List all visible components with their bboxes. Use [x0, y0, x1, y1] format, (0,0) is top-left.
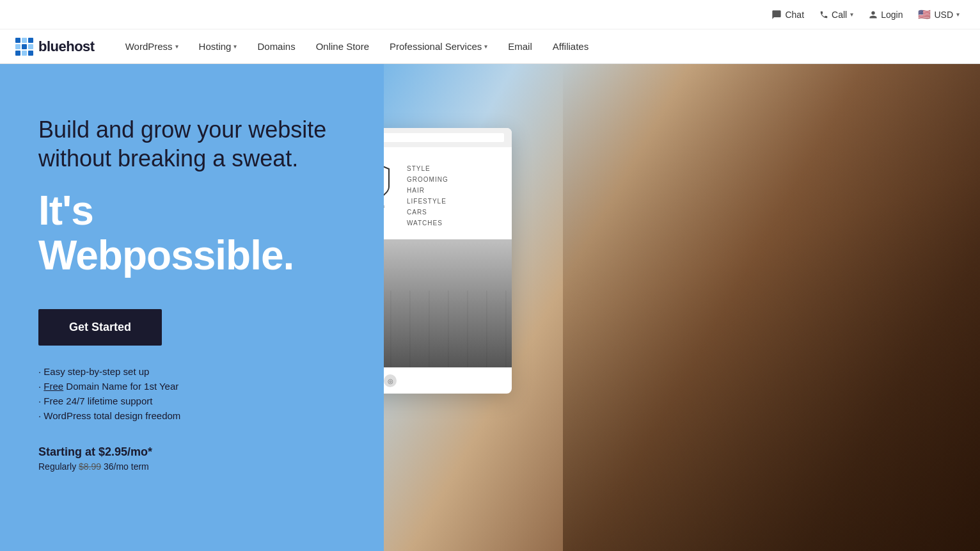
chat-label: Chat: [785, 10, 804, 20]
mockup-shield-logo: ♛ D: [384, 160, 390, 204]
logo-dot-7: [15, 51, 20, 56]
nav-item-hosting[interactable]: Hosting ▾: [189, 29, 248, 64]
hero-cta: Get Started: [38, 309, 345, 346]
mockup-card: ♛ D ESTD 2014 STYLE GROOMING HAIR LIFEST…: [384, 128, 512, 394]
hero-tagline: Build and grow your website without brea…: [38, 115, 345, 173]
nav-item-professional-services[interactable]: Professional Services ▾: [379, 29, 498, 64]
mockup-instagram-icon: ◎: [384, 374, 397, 387]
pricing-term: 36/mo term: [104, 461, 149, 472]
call-link[interactable]: Call ▾: [819, 10, 853, 20]
chat-icon: [771, 10, 782, 20]
currency-label: USD: [934, 10, 953, 20]
hero-right: ♛ D ESTD 2014 STYLE GROOMING HAIR LIFEST…: [384, 64, 980, 551]
nav-item-email[interactable]: Email: [498, 29, 542, 64]
logo-dot-3: [28, 38, 33, 43]
features-list: · Easy step-by-step set up · Free Domain…: [38, 366, 345, 425]
nav-item-affiliates[interactable]: Affiliates: [542, 29, 599, 64]
hero-person-overlay: [563, 64, 980, 551]
logo-grid: [15, 38, 33, 56]
login-link[interactable]: Login: [869, 10, 903, 20]
hero-left: Build and grow your website without brea…: [0, 64, 384, 551]
hosting-dropdown-icon: ▾: [233, 43, 237, 50]
mockup-brand-subtitle: ESTD 2014: [384, 205, 386, 209]
hero-section: Build and grow your website without brea…: [0, 64, 980, 551]
mockup-photo-area: [384, 239, 512, 367]
hero-headline: It's Webpossible.: [38, 188, 345, 278]
phone-icon: [819, 10, 828, 19]
pricing-regular-prefix: Regularly: [38, 461, 79, 472]
navbar: bluehost WordPress ▾ Hosting ▾ Domains O…: [0, 29, 980, 64]
mockup-nav-lifestyle: LIFESTYLE: [407, 198, 499, 205]
nav-item-wordpress[interactable]: WordPress ▾: [115, 29, 189, 64]
chat-link[interactable]: Chat: [771, 10, 804, 20]
mockup-content: ♛ D ESTD 2014 STYLE GROOMING HAIR LIFEST…: [384, 147, 512, 239]
feature-item-4: · WordPress total design freedom: [38, 410, 345, 421]
top-bar: Chat Call ▾ Login 🇺🇸 USD ▾: [0, 0, 980, 29]
logo-dot-1: [15, 38, 20, 43]
logo-dot-2: [22, 38, 27, 43]
titlebar-url-bar: [384, 133, 504, 142]
pricing-main: Starting at $2.95/mo*: [38, 445, 345, 459]
feature-item-3: · Free 24/7 lifetime support: [38, 395, 345, 406]
logo-text: bluehost: [38, 38, 95, 55]
mockup-logo-area: ♛ D ESTD 2014: [384, 160, 397, 227]
free-domain-underline: Free: [43, 381, 63, 392]
professional-services-dropdown-icon: ▾: [484, 43, 487, 50]
logo-link[interactable]: bluehost: [15, 38, 95, 56]
mockup-footer: f t ◎: [384, 367, 512, 394]
logo-dot-4: [15, 44, 20, 49]
logo-dot-6: [28, 44, 33, 49]
nav-items: WordPress ▾ Hosting ▾ Domains Online Sto…: [115, 29, 965, 64]
mockup-escalator-texture: [384, 291, 512, 367]
nav-item-online-store[interactable]: Online Store: [306, 29, 379, 64]
nav-item-domains[interactable]: Domains: [247, 29, 305, 64]
mockup-nav-list: STYLE GROOMING HAIR LIFESTYLE CARS WATCH…: [407, 160, 499, 227]
mockup-nav-hair: HAIR: [407, 187, 499, 194]
user-icon: [869, 10, 878, 19]
mockup-nav-grooming: GROOMING: [407, 176, 499, 183]
get-started-button[interactable]: Get Started: [38, 309, 162, 346]
feature-text-1: Easy step-by-step set up: [43, 366, 149, 377]
feature-item-1: · Easy step-by-step set up: [38, 366, 345, 377]
mockup-nav-style: STYLE: [407, 165, 499, 172]
logo-dot-5: [22, 44, 27, 49]
feature-text-2: Domain Name for 1st Year: [66, 381, 178, 392]
pricing-regular: Regularly $8.99 36/mo term: [38, 461, 345, 472]
mockup-titlebar: [384, 128, 512, 147]
pricing-original: $8.99: [79, 461, 101, 472]
mockup-nav-watches: WATCHES: [407, 220, 499, 227]
login-label: Login: [881, 10, 903, 20]
feature-text-3: Free 24/7 lifetime support: [43, 395, 152, 406]
feature-text-4: WordPress total design freedom: [43, 410, 180, 421]
wordpress-dropdown-icon: ▾: [175, 43, 178, 50]
flag-icon: 🇺🇸: [918, 8, 931, 20]
call-label: Call: [832, 10, 847, 20]
logo-dot-8: [22, 51, 27, 56]
feature-item-2: · Free Domain Name for 1st Year: [38, 381, 345, 392]
call-dropdown-chevron: ▾: [850, 11, 853, 18]
currency-link[interactable]: 🇺🇸 USD ▾: [918, 8, 960, 20]
currency-dropdown-chevron: ▾: [956, 11, 960, 18]
logo-dot-9: [28, 51, 33, 56]
mockup-nav-cars: CARS: [407, 209, 499, 216]
